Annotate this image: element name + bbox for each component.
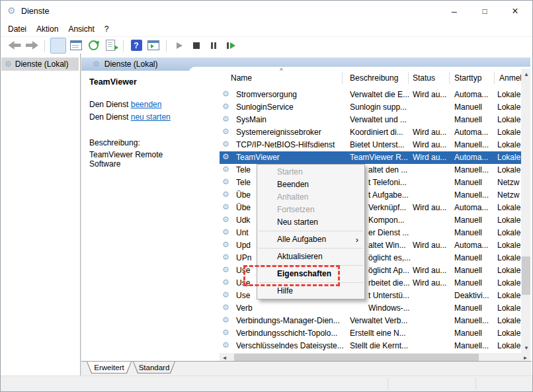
service-row[interactable]: ⚙SysMainVerwaltet und ...ManuellLokale bbox=[220, 114, 521, 126]
status-divider bbox=[475, 378, 476, 389]
scroll-up-icon[interactable]: ▲ bbox=[521, 69, 530, 79]
menu-separator bbox=[259, 231, 363, 231]
service-gear-icon: ⚙ bbox=[222, 165, 229, 173]
menu-ansicht[interactable]: Ansicht bbox=[68, 24, 94, 34]
column-divider[interactable] bbox=[449, 72, 450, 84]
services-window: ⚙ Dienste – □ × Datei Aktion Ansicht ? ?… bbox=[0, 0, 533, 392]
cell-name: TeamViewer bbox=[236, 153, 280, 162]
properties-window-button[interactable] bbox=[69, 38, 83, 53]
cell-anmelden: Lokale bbox=[497, 90, 522, 99]
pause-service-button[interactable] bbox=[206, 38, 221, 53]
cell-beschreibung: Sunlogin supp... bbox=[350, 102, 407, 112]
cell-name: Use bbox=[236, 291, 250, 300]
status-bar bbox=[1, 375, 532, 391]
cell-beschreibung: Koordiniert di... bbox=[350, 128, 403, 137]
menu-item-aktualisieren[interactable]: Aktualisieren bbox=[257, 251, 364, 263]
service-row[interactable]: ⚙TCP/IP-NetBIOS-HilfsdienstBietet Unters… bbox=[220, 139, 521, 151]
cell-starttyp: Manuell bbox=[454, 303, 482, 313]
vertical-scroll-thumb[interactable] bbox=[522, 256, 530, 295]
service-row[interactable]: ⚙VerbWindows-...ManuellLokale bbox=[220, 302, 521, 315]
service-gear-icon: ⚙ bbox=[222, 253, 229, 261]
cell-beschreibung: TeamViewer R... bbox=[350, 153, 408, 162]
services-gear-icon: ⚙ bbox=[5, 60, 12, 68]
menu-item-alle-aufgaben[interactable]: Alle Aufgaben› bbox=[257, 233, 364, 246]
service-row[interactable]: ⚙StromversorgungVerwaltet die E...Wird a… bbox=[220, 89, 521, 101]
cell-anmelden: Lokale bbox=[497, 165, 522, 175]
cell-name: SysMain bbox=[236, 115, 266, 124]
column-header-status[interactable]: Status bbox=[413, 73, 435, 83]
service-row[interactable]: ⚙Verbindungs-Manager-Dien...Verwaltet Ve… bbox=[220, 315, 521, 327]
action-pane-icon bbox=[147, 40, 159, 50]
service-row[interactable]: ⚙Verbindungsschicht-Topolo...Erstellt ei… bbox=[220, 327, 521, 340]
menu-datei[interactable]: Datei bbox=[8, 24, 26, 34]
cell-name: Stromversorgung bbox=[236, 90, 297, 99]
menu-help[interactable]: ? bbox=[104, 24, 109, 34]
cell-anmelden: Lokale bbox=[497, 278, 522, 288]
stop-service-button[interactable] bbox=[189, 38, 204, 53]
play-icon bbox=[177, 42, 183, 49]
service-row[interactable]: ⚙SunloginServiceSunlogin supp...ManuellL… bbox=[220, 101, 521, 114]
cell-beschreibung: Verknüpf... bbox=[368, 203, 406, 212]
cell-beschreibung: rbeitet die... bbox=[368, 278, 410, 288]
stop-service-link[interactable]: beenden bbox=[131, 100, 162, 109]
back-button[interactable] bbox=[7, 38, 22, 53]
service-gear-icon: ⚙ bbox=[222, 316, 229, 324]
refresh-button[interactable] bbox=[86, 38, 101, 53]
cell-name: TCP/IP-NetBIOS-Hilfsdienst bbox=[236, 140, 335, 149]
cell-name: Übe bbox=[236, 190, 251, 200]
pause-icon bbox=[211, 42, 213, 49]
maximize-button[interactable]: □ bbox=[470, 1, 500, 21]
menu-item-hilfe[interactable]: Hilfe bbox=[257, 285, 364, 297]
cell-anmelden: Lokale bbox=[497, 303, 522, 313]
scroll-down-icon[interactable]: ▼ bbox=[521, 342, 530, 353]
action-pane-toggle-button[interactable] bbox=[146, 38, 161, 53]
view-tabs-row: Erweitert Standard bbox=[81, 361, 532, 376]
help-button[interactable]: ? bbox=[129, 38, 144, 53]
cell-beschreibung: Erstellt eine N... bbox=[350, 329, 406, 338]
cell-starttyp: Manuell bbox=[454, 216, 482, 225]
tab-standard[interactable]: Standard bbox=[133, 362, 175, 373]
export-list-button[interactable] bbox=[103, 38, 118, 53]
tab-erweitert-label: Erweitert bbox=[87, 362, 131, 373]
properties-window-icon bbox=[70, 40, 82, 50]
tree-item-dienste-lokal[interactable]: ⚙ Dienste (Lokal) bbox=[1, 58, 79, 71]
cell-starttyp: Manuell bbox=[454, 278, 482, 288]
window-title: Dienste bbox=[21, 7, 49, 16]
column-header-anmelden[interactable]: Anmel bbox=[499, 73, 522, 83]
column-header-starttyp[interactable]: Starttyp bbox=[454, 73, 481, 83]
menu-item-eigenschaften[interactable]: Eigenschaften bbox=[257, 268, 364, 280]
restart-service-button[interactable] bbox=[224, 38, 238, 53]
restart-icon bbox=[227, 42, 235, 49]
cell-starttyp: Manuell bbox=[454, 115, 482, 124]
back-arrow-icon bbox=[9, 41, 21, 50]
tab-erweitert[interactable]: Erweitert bbox=[87, 362, 132, 373]
close-button[interactable]: × bbox=[500, 1, 530, 21]
service-gear-icon: ⚙ bbox=[222, 228, 229, 236]
cell-name: Systemereignissebroker bbox=[236, 128, 321, 137]
restart-service-link[interactable]: neu starten bbox=[131, 112, 171, 122]
cell-status: Wird au... bbox=[413, 278, 446, 288]
column-header-beschreibung[interactable]: Beschreibung bbox=[350, 73, 398, 83]
menu-item-beenden[interactable]: Beenden bbox=[257, 178, 364, 191]
vertical-scrollbar[interactable]: ▲ ▼ bbox=[521, 69, 530, 353]
forward-button[interactable] bbox=[24, 38, 39, 53]
column-divider[interactable] bbox=[494, 72, 495, 84]
service-row[interactable]: ⚙TeamViewerTeamViewer R...Wird au...Auto… bbox=[220, 151, 521, 164]
minimize-button[interactable]: – bbox=[439, 1, 470, 21]
column-divider[interactable] bbox=[408, 72, 409, 84]
menu-item-neu-starten[interactable]: Neu starten bbox=[257, 216, 364, 229]
cell-starttyp: Manuell... bbox=[454, 140, 489, 149]
service-gear-icon: ⚙ bbox=[222, 102, 229, 110]
service-gear-icon: ⚙ bbox=[222, 140, 229, 148]
service-row[interactable]: ⚙SystemereignissebrokerKoordiniert di...… bbox=[220, 126, 521, 139]
service-gear-icon: ⚙ bbox=[222, 190, 229, 198]
service-row[interactable]: ⚙Verschlüsselndes Dateisyste...Stellt di… bbox=[220, 340, 521, 352]
cell-anmelden: Netzw bbox=[497, 190, 522, 200]
column-divider[interactable] bbox=[342, 72, 343, 84]
restart-service-line: Den Dienst neu starten bbox=[89, 112, 171, 122]
cell-anmelden: Lokale bbox=[497, 203, 522, 212]
console-tree-toggle-button[interactable] bbox=[50, 38, 66, 54]
menu-aktion[interactable]: Aktion bbox=[36, 24, 58, 34]
cell-starttyp: Manuell bbox=[454, 253, 482, 262]
column-header-name[interactable]: Name bbox=[231, 73, 252, 83]
